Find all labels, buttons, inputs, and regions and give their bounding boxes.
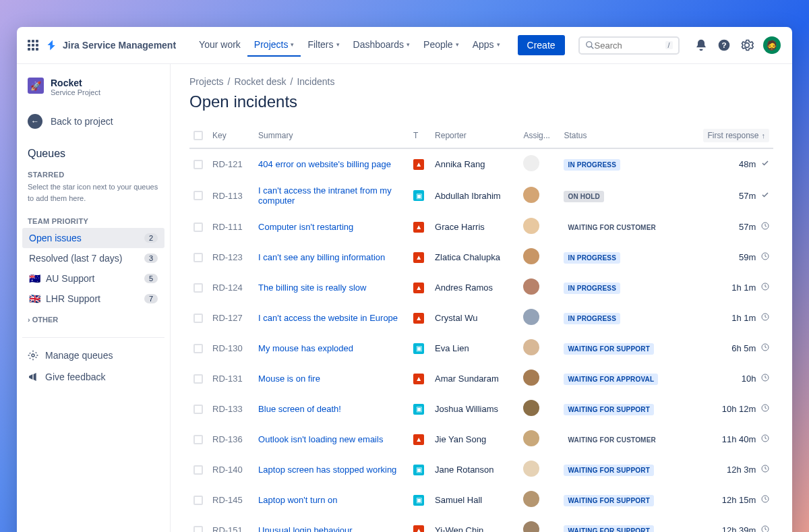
issue-summary[interactable]: My mouse has exploded (254, 333, 409, 363)
nav-people[interactable]: People ▾ (417, 34, 466, 57)
user-avatar[interactable]: 🧔 (763, 36, 781, 54)
sidebar-item-lhr-support[interactable]: 🇬🇧LHR Support7 (22, 289, 164, 309)
back-to-project[interactable]: ← Back to project (22, 109, 164, 134)
manage-queues[interactable]: Manage queues (22, 345, 164, 366)
app-switcher-icon[interactable] (28, 40, 38, 51)
issue-summary[interactable]: I can't access the intranet from my comp… (254, 179, 409, 212)
issue-summary[interactable]: Unusual login behaviour (254, 515, 409, 532)
nav-your-work[interactable]: Your work (192, 34, 247, 57)
help-icon[interactable]: ? (717, 38, 731, 52)
table-row[interactable]: RD-151Unusual login behaviour▲Yi-Wen Chi… (189, 515, 773, 532)
issue-summary[interactable]: Computer isn't restarting (254, 212, 409, 242)
create-button[interactable]: Create (518, 35, 565, 55)
row-checkbox[interactable] (193, 496, 203, 505)
assignee-avatar[interactable] (523, 218, 539, 234)
issue-summary[interactable]: Laptop won't turn on (254, 485, 409, 515)
col-first-response[interactable]: First response ↑ (685, 123, 773, 148)
product-brand[interactable]: Jira Service Management (47, 39, 176, 51)
table-row[interactable]: RD-121404 error on website's billing pag… (189, 148, 773, 179)
notifications-icon[interactable] (694, 38, 708, 52)
table-row[interactable]: RD-145Laptop won't turn on▣Samuel HallWA… (189, 485, 773, 515)
sidebar-item-resolved-last-7-days-[interactable]: Resolved (last 7 days)3 (22, 248, 164, 268)
table-row[interactable]: RD-127I can't access the website in Euro… (189, 303, 773, 333)
row-checkbox[interactable] (193, 223, 203, 232)
nav-projects[interactable]: Projects ▾ (247, 34, 301, 57)
search-box[interactable]: / (578, 36, 680, 55)
row-checkbox[interactable] (193, 344, 203, 353)
issue-summary[interactable]: The billing site is really slow (254, 272, 409, 303)
table-row[interactable]: RD-113I can't access the intranet from m… (189, 179, 773, 212)
issue-key[interactable]: RD-151 (208, 515, 254, 532)
issue-summary[interactable]: 404 error on website's billing page (254, 148, 409, 179)
table-row[interactable]: RD-111Computer isn't restarting▲Grace Ha… (189, 212, 773, 242)
issue-summary[interactable]: Outlook isn't loading new emails (254, 424, 409, 454)
settings-icon[interactable] (740, 38, 754, 52)
sidebar-item-au-support[interactable]: 🇦🇺AU Support5 (22, 268, 164, 289)
project-header[interactable]: 🚀 Rocket Service Project (22, 75, 164, 99)
assignee-avatar[interactable] (523, 187, 539, 203)
assignee-avatar[interactable] (523, 278, 539, 295)
table-row[interactable]: RD-130My mouse has exploded▣Eva LienWAIT… (189, 333, 773, 363)
issue-summary[interactable]: Blue screen of death! (254, 394, 409, 424)
table-row[interactable]: RD-136Outlook isn't loading new emails▲J… (189, 424, 773, 454)
issue-key[interactable]: RD-111 (208, 212, 254, 242)
issue-key[interactable]: RD-124 (208, 272, 254, 303)
col-summary[interactable]: Summary (254, 123, 409, 148)
assignee-avatar[interactable] (523, 521, 539, 532)
row-checkbox[interactable] (193, 253, 203, 262)
row-checkbox[interactable] (193, 191, 203, 200)
breadcrumb-item[interactable]: Projects (189, 76, 224, 87)
issue-summary[interactable]: I can't access the website in Europe (254, 303, 409, 333)
assignee-avatar[interactable] (523, 339, 539, 355)
assignee-avatar[interactable] (523, 309, 539, 325)
table-row[interactable]: RD-133Blue screen of death!▣Joshua Willi… (189, 394, 773, 424)
table-row[interactable]: RD-123I can't see any billing informatio… (189, 242, 773, 272)
issue-key[interactable]: RD-140 (208, 454, 254, 485)
issue-key[interactable]: RD-127 (208, 303, 254, 333)
row-checkbox[interactable] (193, 526, 203, 533)
search-input[interactable] (595, 40, 665, 51)
other-group[interactable]: › OTHER (22, 309, 164, 330)
give-feedback[interactable]: Give feedback (22, 366, 164, 388)
assignee-avatar[interactable] (523, 370, 539, 386)
nav-apps[interactable]: Apps ▾ (466, 34, 507, 57)
row-checkbox[interactable] (193, 435, 203, 444)
issue-key[interactable]: RD-145 (208, 485, 254, 515)
row-checkbox[interactable] (193, 314, 203, 323)
issue-key[interactable]: RD-121 (208, 148, 254, 179)
col-assignee[interactable]: Assig... (519, 123, 560, 148)
issue-key[interactable]: RD-130 (208, 333, 254, 363)
assignee-avatar[interactable] (523, 400, 539, 416)
select-all-checkbox[interactable] (193, 131, 203, 140)
issue-key[interactable]: RD-123 (208, 242, 254, 272)
table-row[interactable]: RD-131Mouse is on fire▲Amar SundaramWAIT… (189, 363, 773, 394)
col-reporter[interactable]: Reporter (431, 123, 519, 148)
row-checkbox[interactable] (193, 465, 203, 475)
row-checkbox[interactable] (193, 405, 203, 414)
assignee-avatar[interactable] (523, 155, 539, 171)
issue-key[interactable]: RD-113 (208, 179, 254, 212)
nav-filters[interactable]: Filters ▾ (301, 34, 346, 57)
col-status[interactable]: Status (560, 123, 684, 148)
sidebar-item-open-issues[interactable]: Open issues2 (22, 228, 164, 248)
issue-summary[interactable]: I can't see any billing information (254, 242, 409, 272)
issue-summary[interactable]: Mouse is on fire (254, 363, 409, 394)
row-checkbox[interactable] (193, 160, 203, 169)
issue-summary[interactable]: Laptop screen has stopped working (254, 454, 409, 485)
row-checkbox[interactable] (193, 374, 203, 384)
assignee-avatar[interactable] (523, 491, 539, 507)
issue-key[interactable]: RD-136 (208, 424, 254, 454)
issue-key[interactable]: RD-133 (208, 394, 254, 424)
breadcrumb-item[interactable]: Incidents (297, 76, 334, 87)
col-key[interactable]: Key (208, 123, 254, 148)
row-checkbox[interactable] (193, 283, 203, 293)
issue-key[interactable]: RD-131 (208, 363, 254, 394)
col-type[interactable]: T (409, 123, 431, 148)
nav-dashboards[interactable]: Dashboards ▾ (347, 34, 417, 57)
breadcrumb-item[interactable]: Rocket desk (234, 76, 286, 87)
table-row[interactable]: RD-124The billing site is really slow▲An… (189, 272, 773, 303)
assignee-avatar[interactable] (523, 430, 539, 446)
assignee-avatar[interactable] (523, 461, 539, 477)
assignee-avatar[interactable] (523, 248, 539, 264)
table-row[interactable]: RD-140Laptop screen has stopped working▣… (189, 454, 773, 485)
